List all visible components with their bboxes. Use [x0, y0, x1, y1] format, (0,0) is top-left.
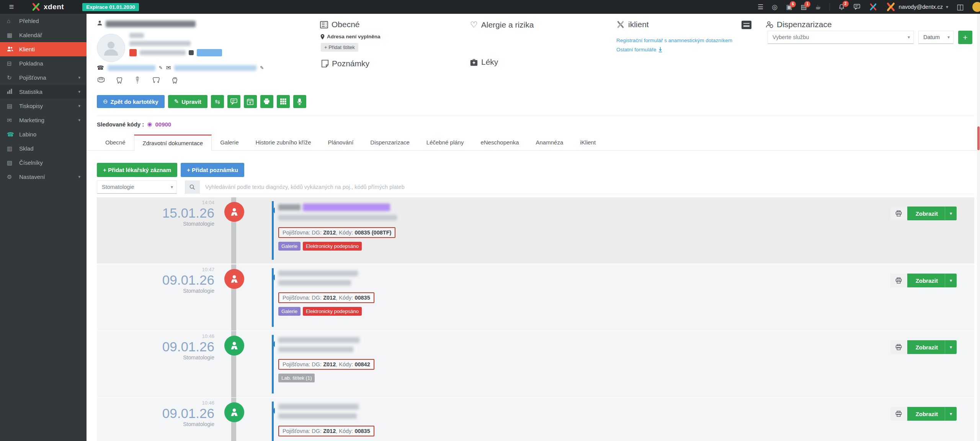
brand-logo[interactable]: xdent: [31, 2, 64, 11]
tab-dispenzarizace[interactable]: Dispenzarizace: [362, 134, 418, 150]
record-print-button[interactable]: [890, 407, 907, 421]
record-card[interactable]: Pojišťovna: DG: Z012, Kódy: 00835 Galeri…: [272, 268, 871, 327]
crown-tooth-icon[interactable]: [171, 77, 179, 84]
tab-zdravotni-dokumentace[interactable]: Zdravotní dokumentace: [134, 134, 212, 151]
help-icon[interactable]: ◎: [772, 4, 777, 10]
queue-list-icon[interactable]: ☰: [758, 4, 763, 10]
sms-button[interactable]: [227, 95, 240, 108]
doctor-avatar[interactable]: [224, 402, 244, 422]
sidebar-item-prehled[interactable]: ⌂Přehled: [0, 14, 87, 28]
patient-avatar[interactable]: [97, 34, 125, 62]
record-view-button[interactable]: Zobrazit ▾: [907, 407, 957, 421]
vertical-scrollbar[interactable]: [977, 14, 980, 441]
record-card[interactable]: Pojišťovna: DG: Z012, Kódy: 00835: [272, 402, 871, 441]
pencil-icon[interactable]: ✎: [159, 65, 163, 70]
registration-form-link[interactable]: Registrační formulář s anamnestickým dot…: [616, 38, 732, 43]
calendar-event-button[interactable]: [244, 95, 257, 108]
tab-galerie[interactable]: Galerie: [212, 134, 247, 150]
record-view-button[interactable]: Zobrazit ▾: [907, 274, 957, 287]
download-icon[interactable]: [658, 47, 663, 52]
record-row[interactable]: 10:46 09.01.26 Stomatologie Pojišťovna: …: [97, 398, 974, 441]
record-row[interactable]: 10:47 09.01.26 Stomatologie Pojišťovna: …: [97, 264, 974, 331]
record-card[interactable]: Pojišťovna: DG: Z012, Kódy: 00835 (008TF…: [272, 201, 871, 260]
tab-lecebne-plany[interactable]: Léčebné plány: [418, 134, 472, 150]
sidebar-item-pokladna[interactable]: ⊟Pokladna: [0, 56, 87, 70]
implant-icon[interactable]: [134, 77, 141, 84]
xdent-apps-icon[interactable]: [869, 3, 877, 11]
sidebar-item-tiskopisy[interactable]: ▤Tiskopisy▾: [0, 99, 87, 113]
record-row[interactable]: 14:04 15.01.26 Stomatologie Pojišťovna: …: [97, 197, 974, 264]
add-dispenzarizace-button[interactable]: +: [958, 31, 972, 44]
tag-electronically-signed: Elektronicky podepsáno: [303, 242, 362, 251]
chevron-down-icon[interactable]: ▾: [945, 411, 957, 416]
record-view-button[interactable]: Zobrazit ▾: [907, 207, 957, 220]
sidebar-item-nastaveni[interactable]: ⚙Nastavení▾: [0, 170, 87, 184]
tag-lab-label[interactable]: Lab. štítek (1): [278, 374, 315, 382]
sidebar-item-pojistovna[interactable]: ↻Pojišťovna▾: [0, 70, 87, 85]
doctor-avatar[interactable]: [224, 269, 244, 289]
tab-eneschopenka[interactable]: eNeschopenka: [472, 134, 527, 150]
tab-planovani[interactable]: Plánování: [320, 134, 362, 150]
add-medical-record-button[interactable]: + Přidat lékařský záznam: [97, 163, 177, 177]
record-row[interactable]: 10:46 09.01.26 Stomatologie Pojišťovna: …: [97, 331, 974, 397]
hamburger-menu-icon[interactable]: ≡: [0, 2, 23, 12]
record-card[interactable]: Pojišťovna: DG: Z012, Kódy: 00842 Lab. š…: [272, 335, 871, 393]
coffee-icon[interactable]: ☕: [815, 4, 821, 10]
date-select[interactable]: Datum ▾: [918, 31, 954, 44]
pencil-icon[interactable]: ✎: [260, 65, 264, 70]
doctor-avatar[interactable]: [224, 336, 244, 356]
record-print-button[interactable]: [890, 340, 907, 354]
tracked-code-value[interactable]: 00900: [155, 121, 171, 128]
doctor-avatar[interactable]: [224, 202, 244, 222]
insurance-dg-box: Pojišťovna: DG: Z012, Kódy: 00835 (008TF…: [278, 227, 395, 238]
tab-obecne[interactable]: Obecné: [97, 134, 134, 150]
sidebar-item-kalendar[interactable]: ▦Kalendář: [0, 28, 87, 42]
tooth-icon[interactable]: [116, 77, 123, 84]
collapse-panel-icon[interactable]: ◫: [957, 3, 964, 11]
sidebar-item-klienti[interactable]: Klienti: [0, 42, 87, 56]
chevron-down-icon[interactable]: ▾: [945, 278, 957, 283]
microphone-button[interactable]: [293, 95, 306, 108]
transfer-patient-button[interactable]: ⇆: [211, 95, 224, 108]
add-tag-button[interactable]: + Přidat štítek: [321, 43, 358, 52]
sidebar-item-marketing[interactable]: ✉Marketing▾: [0, 113, 87, 127]
chevron-down-icon[interactable]: ▾: [945, 344, 957, 350]
tag-galerie[interactable]: Galerie: [278, 242, 301, 251]
tab-iklient[interactable]: iKlient: [572, 134, 604, 150]
tab-anamneza[interactable]: Anamnéza: [528, 134, 572, 150]
dentures-icon[interactable]: [97, 77, 105, 84]
print-button[interactable]: [260, 95, 273, 108]
add-note-button[interactable]: + Přidat poznámku: [181, 163, 244, 177]
credits-icon[interactable]: ▣6: [786, 4, 792, 10]
record-print-button[interactable]: [890, 274, 907, 287]
scrollbar-thumb[interactable]: [977, 126, 980, 150]
notifications-bell-icon[interactable]: 2: [838, 3, 845, 10]
patient-status-chip[interactable]: [197, 49, 222, 56]
tag-electronically-signed: Elektronicky podepsáno: [303, 307, 362, 316]
redacted-email[interactable]: [174, 65, 256, 71]
chevron-down-icon[interactable]: ▾: [945, 211, 957, 216]
bridge-icon[interactable]: [152, 77, 161, 84]
sidebar-item-sklad[interactable]: ▥Sklad: [0, 141, 87, 156]
record-print-button[interactable]: [890, 207, 907, 220]
tab-historie-zubniho-krize[interactable]: Historie zubního kříže: [247, 134, 320, 150]
sidebar-item-labino[interactable]: ☎Labino: [0, 127, 87, 141]
contact-card-icon[interactable]: [742, 21, 751, 29]
grid-button[interactable]: [277, 95, 290, 108]
edit-pencil-icon[interactable]: [189, 50, 194, 55]
account-menu[interactable]: navody@dentx.cz ▾: [886, 2, 949, 12]
other-forms-link[interactable]: Ostatní formuláře: [616, 47, 656, 52]
sidebar-item-ciselniky[interactable]: ▧Číselníky: [0, 156, 87, 170]
back-to-cardindex-button[interactable]: ⊖ Zpět do kartotéky: [97, 95, 165, 108]
service-select[interactable]: Vyberte službu ▾: [768, 31, 914, 44]
documents-icon[interactable]: ▤1: [800, 4, 807, 10]
tag-galerie[interactable]: Galerie: [278, 307, 301, 316]
sidebar-item-statistika[interactable]: Statistika▾: [0, 85, 87, 99]
records-search-input[interactable]: [200, 180, 974, 194]
edit-button[interactable]: ✎ Upravit: [168, 95, 207, 108]
user-avatar[interactable]: [972, 2, 980, 12]
record-view-button[interactable]: Zobrazit ▾: [907, 340, 957, 354]
chat-icon[interactable]: [853, 3, 861, 10]
redacted-phone-number[interactable]: [108, 65, 155, 71]
category-filter-select[interactable]: Stomatologie ▾: [97, 180, 177, 194]
